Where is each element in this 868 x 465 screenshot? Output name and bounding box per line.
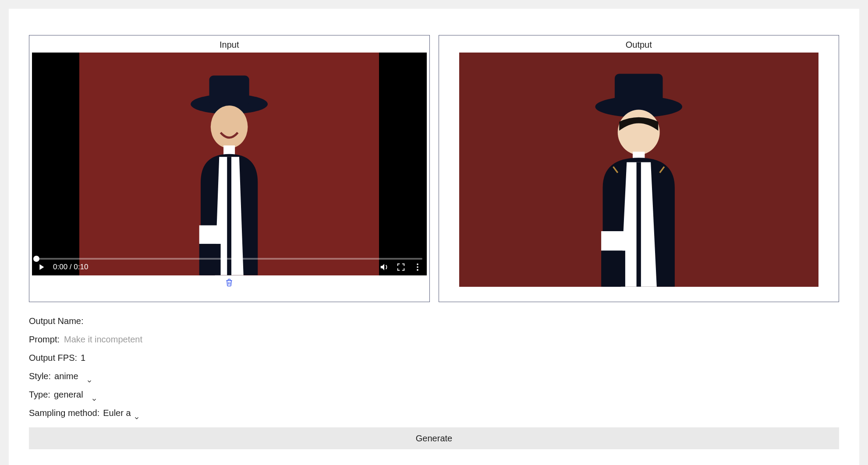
type-select[interactable]: general (54, 386, 97, 403)
fps-label: Output FPS: (29, 349, 77, 366)
output-name-input[interactable] (87, 316, 262, 327)
fps-value[interactable]: 1 (81, 349, 85, 366)
prompt-input[interactable] (63, 334, 238, 345)
svg-point-8 (417, 266, 418, 268)
input-panel: Input (29, 35, 430, 302)
style-select[interactable]: anime (54, 368, 92, 384)
output-figure (538, 62, 739, 287)
sampling-label: Sampling method: (29, 405, 99, 421)
app-root: Input (9, 9, 859, 465)
svg-rect-1 (209, 76, 249, 106)
style-value: anime (54, 368, 78, 384)
chevron-down-icon (134, 410, 140, 416)
output-panel-title: Output (626, 40, 652, 50)
style-label: Style: (29, 368, 51, 384)
output-panel: Output (439, 35, 840, 302)
more-icon[interactable] (413, 262, 422, 272)
type-value: general (54, 386, 83, 403)
svg-rect-11 (615, 74, 663, 109)
prompt-row: Prompt: (29, 331, 839, 348)
sampling-select[interactable]: Euler a (103, 405, 139, 421)
style-row: Style: anime (29, 368, 839, 384)
chevron-down-icon (86, 373, 92, 379)
chevron-down-icon (91, 391, 97, 398)
panels-row: Input (29, 35, 839, 302)
sampling-row: Sampling method: Euler a (29, 405, 839, 421)
output-name-row: Output Name: (29, 313, 839, 329)
prompt-label: Prompt: (29, 331, 60, 348)
type-row: Type: general (29, 386, 839, 403)
output-stage (459, 53, 819, 287)
svg-rect-5 (199, 225, 221, 244)
svg-point-9 (417, 269, 418, 271)
trash-icon[interactable] (225, 278, 234, 287)
settings-form: Output Name: Prompt: Output FPS: 1 Style… (29, 313, 839, 449)
svg-point-12 (618, 110, 660, 155)
video-controls: 0:00 / 0:10 (36, 262, 422, 272)
video-progress[interactable] (36, 258, 422, 260)
input-stage (32, 53, 427, 275)
fps-row: Output FPS: 1 (29, 349, 839, 366)
svg-point-7 (417, 264, 418, 265)
video-time-text: 0:00 / 0:10 (53, 263, 88, 271)
input-figure (138, 61, 320, 275)
sampling-value: Euler a (103, 405, 131, 421)
generate-button[interactable]: Generate (29, 427, 839, 449)
play-icon[interactable] (36, 262, 46, 272)
svg-rect-15 (601, 231, 625, 251)
volume-icon[interactable] (379, 262, 389, 272)
fullscreen-icon[interactable] (396, 262, 406, 272)
input-video[interactable]: 0:00 / 0:10 (32, 53, 427, 275)
output-name-label: Output Name: (29, 313, 84, 329)
svg-point-2 (211, 106, 248, 148)
input-panel-title: Input (220, 40, 239, 50)
output-image[interactable] (459, 53, 819, 287)
type-label: Type: (29, 386, 50, 403)
svg-rect-16 (601, 251, 625, 287)
svg-rect-14 (637, 162, 641, 287)
input-actions (225, 278, 234, 288)
